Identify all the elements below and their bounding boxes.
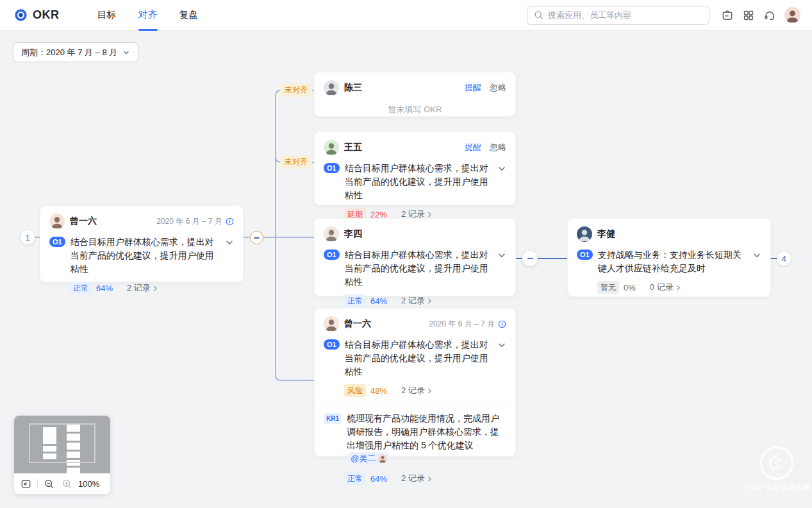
owner-name: 李健 xyxy=(597,228,615,240)
owner-name: 李四 xyxy=(344,228,362,240)
objective-text: 结合目标用户群体核心需求，提出对当前产品的优化建议，提升用户使用粘性 xyxy=(345,162,492,202)
main-nav: 目标 对齐 复盘 xyxy=(87,0,210,31)
zoom-in-icon[interactable] xyxy=(62,478,72,489)
objective-badge: O1 xyxy=(577,250,593,260)
status-badge: 正常 xyxy=(344,472,366,485)
user-avatar[interactable] xyxy=(784,7,800,23)
app-logo[interactable]: OKR xyxy=(14,8,60,22)
records-link[interactable]: 2 记录 xyxy=(401,385,433,396)
progress-value: 0% xyxy=(624,283,636,292)
objective-badge: O1 xyxy=(324,250,340,260)
lijian-order-badge[interactable]: 4 xyxy=(777,251,791,266)
divider xyxy=(37,479,38,488)
period-filter-label: 周期：2020 年 7 月 – 8 月 xyxy=(21,47,117,58)
okr-card-wang: 王五 提醒 忽略 O1 结合目标用户群体核心需求，提出对当前产品的优化建议，提升… xyxy=(314,131,516,205)
minus-icon xyxy=(254,237,260,239)
expand-chevron-icon[interactable] xyxy=(497,164,506,173)
minus-icon xyxy=(527,258,533,259)
okr-card-lijian: 李健 O1 支持战略与业务：支持业务长短期关键人才供应链补给充足及时 暂无 0%… xyxy=(567,218,771,297)
objective-text: 结合目标用户群体核心需求，提出对当前产品的优化建议，提升用户使用粘性 xyxy=(345,338,492,378)
expand-chevron-icon[interactable] xyxy=(497,341,506,350)
expand-chevron-icon[interactable] xyxy=(752,251,761,260)
tab-goals[interactable]: 目标 xyxy=(87,0,128,31)
progress-value: 64% xyxy=(370,474,387,484)
headset-icon[interactable] xyxy=(763,9,776,22)
objective-badge: O1 xyxy=(324,163,340,173)
owner-name: 曾一六 xyxy=(70,216,97,227)
global-search[interactable] xyxy=(527,6,709,25)
chevron-right-icon xyxy=(675,285,681,291)
okr-logo-icon xyxy=(14,8,28,22)
period-label: 2020 年 6 月 – 7 月 xyxy=(156,216,234,227)
minimap-toolbar: 100% xyxy=(14,473,110,494)
ignore-link[interactable]: 忽略 xyxy=(490,82,506,94)
records-link[interactable]: 2 记录 xyxy=(127,282,158,294)
mention-avatar xyxy=(378,454,387,463)
avatar xyxy=(324,316,339,332)
objective-badge: O1 xyxy=(49,237,65,247)
minimap-viewport[interactable] xyxy=(29,423,95,463)
ignore-link[interactable]: 忽略 xyxy=(490,142,506,153)
header-icons xyxy=(721,7,800,23)
owner-name: 王五 xyxy=(344,142,362,153)
avatar xyxy=(324,140,339,155)
remind-link[interactable]: 提醒 xyxy=(465,82,481,94)
zoom-out-icon[interactable] xyxy=(44,478,54,489)
records-link[interactable]: 2 记录 xyxy=(401,473,433,484)
okr-card-root: 曾一六 2020 年 6 月 – 7 月 O1 结合目标用户群体核心需求，提出对… xyxy=(40,205,244,282)
divider xyxy=(315,405,515,405)
kr-text: 梳理现有产品功能使用情况，完成用户调研报告，明确用户群体核心需求，提出增强用户粘… xyxy=(347,412,506,466)
expand-chevron-icon[interactable] xyxy=(497,251,506,260)
period-label: 2020 年 6 月 – 7 月 xyxy=(429,319,506,330)
period-filter[interactable]: 周期：2020 年 7 月 – 8 月 xyxy=(13,42,138,62)
tab-review[interactable]: 复盘 xyxy=(169,0,210,31)
objective-badge: O1 xyxy=(324,339,340,350)
avatar xyxy=(324,80,339,96)
search-input[interactable] xyxy=(548,10,702,20)
okr-card-zeng2: 曾一六 2020 年 6 月 – 7 月 O1 结合目标用户群体核心需求，提出对… xyxy=(314,308,516,457)
status-badge: 正常 xyxy=(70,282,92,294)
okr-card-chen: 陈三 提醒 忽略 暂未填写 OKR xyxy=(314,72,516,117)
app-name: OKR xyxy=(33,8,60,22)
avatar xyxy=(324,226,339,242)
chevron-right-icon xyxy=(427,476,433,482)
kr-badge: KR1 xyxy=(324,413,342,424)
apps-grid-icon[interactable] xyxy=(742,9,755,22)
chevron-right-icon xyxy=(427,388,433,394)
collapse-node-li4[interactable] xyxy=(522,251,538,266)
fit-view-icon[interactable] xyxy=(21,478,31,489)
root-order-badge[interactable]: 1 xyxy=(21,230,35,244)
owner-name: 陈三 xyxy=(344,82,362,94)
info-icon[interactable] xyxy=(226,217,234,226)
objective-text: 结合目标用户群体核心需求，提出对当前产品的优化建议，提升用户使用粘性 xyxy=(70,235,220,276)
avatar xyxy=(49,214,65,229)
app-header: OKR 目标 对齐 复盘 xyxy=(0,0,812,31)
remind-link[interactable]: 提醒 xyxy=(465,142,481,153)
expand-chevron-icon[interactable] xyxy=(225,238,234,247)
minimap-view[interactable] xyxy=(14,416,110,473)
okr-card-li4: 李四 O1 结合目标用户群体核心需求，提出对当前产品的优化建议，提升用户使用粘性… xyxy=(314,218,516,296)
records-link[interactable]: 2 记录 xyxy=(401,295,433,307)
objective-text: 支持战略与业务：支持业务长短期关键人才供应链补给充足及时 xyxy=(598,248,747,275)
progress-value: 64% xyxy=(370,296,387,306)
zoom-level: 100% xyxy=(78,479,99,489)
collapse-node-root[interactable] xyxy=(250,231,263,244)
status-badge: 暂无 xyxy=(597,281,619,294)
tasks-board-icon[interactable] xyxy=(721,9,734,22)
edge-label-unaligned: 未对齐 xyxy=(280,155,312,169)
minimap: 100% xyxy=(14,416,110,494)
empty-okr-text: 暂未填写 OKR xyxy=(324,104,506,115)
objective-text: 结合目标用户群体核心需求，提出对当前产品的优化建议，提升用户使用粘性 xyxy=(345,248,492,289)
mention-chip[interactable]: @吴二 xyxy=(347,452,390,464)
progress-value: 48% xyxy=(370,386,387,396)
edge-label-unaligned: 未对齐 xyxy=(280,83,312,97)
chevron-right-icon xyxy=(427,298,433,304)
progress-value: 64% xyxy=(96,284,113,293)
search-icon xyxy=(534,10,543,20)
chevron-right-icon xyxy=(153,285,158,291)
status-badge: 正常 xyxy=(344,294,366,307)
records-link[interactable]: 0 记录 xyxy=(650,282,681,293)
info-icon[interactable] xyxy=(498,320,506,328)
alignment-canvas: 周期：2020 年 7 月 – 8 月 1 未对齐 未对齐 4 曾一六 2020… xyxy=(0,31,812,508)
tab-alignment[interactable]: 对齐 xyxy=(128,0,169,31)
